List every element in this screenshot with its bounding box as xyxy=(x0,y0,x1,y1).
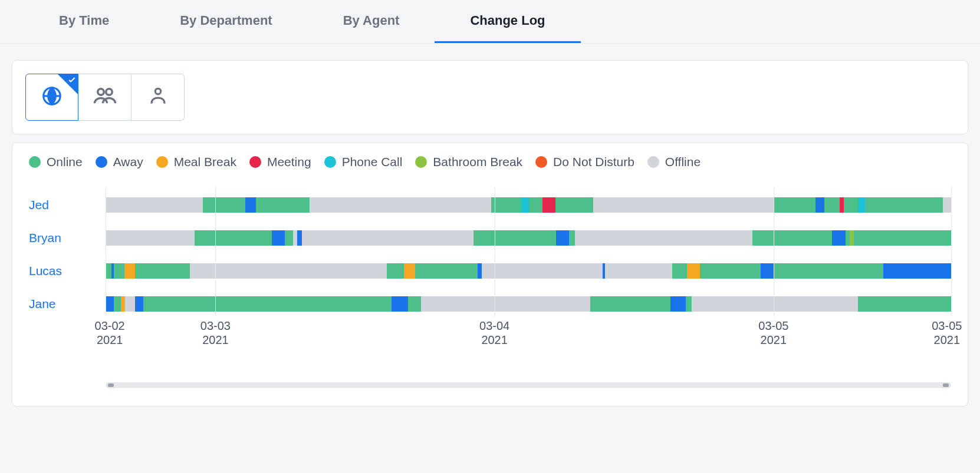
tab-by-time[interactable]: By Time xyxy=(24,0,144,43)
timeline-segment xyxy=(752,230,832,246)
timeline-segment xyxy=(555,197,594,213)
filter-person-button[interactable] xyxy=(131,74,185,121)
timeline-segment xyxy=(605,263,672,279)
timeline-row xyxy=(106,197,951,213)
timeline-segment xyxy=(824,197,840,213)
timeline-segment xyxy=(590,296,670,312)
x-axis-label: 03-042021 xyxy=(479,319,509,347)
timeline-segment xyxy=(700,263,761,279)
legend-label: Online xyxy=(47,155,83,169)
timeline-segment xyxy=(285,230,293,246)
tab-change-log[interactable]: Change Log xyxy=(435,0,580,43)
timeline-row xyxy=(106,263,951,279)
timeline-segment xyxy=(421,296,590,312)
timeline-segment xyxy=(593,197,773,213)
filter-group-button[interactable] xyxy=(78,74,131,121)
svg-point-1 xyxy=(97,89,104,95)
legend-dot xyxy=(29,156,41,168)
legend-item[interactable]: Bathroom Break xyxy=(415,155,522,169)
timeline-segment xyxy=(114,263,124,279)
gridline xyxy=(774,187,774,316)
timeline-segment xyxy=(106,197,203,213)
svg-point-2 xyxy=(106,89,112,95)
timeline-segment xyxy=(686,296,692,312)
legend-label: Do Not Disturb xyxy=(553,155,634,169)
legend-item[interactable]: Phone Call xyxy=(324,155,403,169)
agent-row-label[interactable]: Jed xyxy=(29,197,106,213)
timeline-segment xyxy=(521,197,529,213)
timeline-segment xyxy=(865,197,943,213)
svg-point-3 xyxy=(155,88,161,94)
gridline xyxy=(215,187,216,316)
timeline-segment xyxy=(135,296,143,312)
timeline-segment xyxy=(491,197,521,213)
gridline xyxy=(106,187,106,316)
x-axis-label: 03-032021 xyxy=(200,319,231,347)
timeline-segment xyxy=(190,263,387,279)
timeline-segment xyxy=(124,263,136,279)
legend-dot xyxy=(96,156,107,168)
timeline-segment xyxy=(846,230,850,246)
tabs: By Time By Department By Agent Change Lo… xyxy=(0,0,980,44)
person-icon xyxy=(147,85,169,110)
chart-card: OnlineAwayMeal BreakMeetingPhone CallBat… xyxy=(12,143,968,406)
chart-legend: OnlineAwayMeal BreakMeetingPhone CallBat… xyxy=(29,155,951,169)
timeline-segment xyxy=(106,296,114,312)
timeline-segment xyxy=(143,296,391,312)
tab-by-agent[interactable]: By Agent xyxy=(308,0,435,43)
legend-item[interactable]: Meeting xyxy=(249,155,311,169)
timeline-segment xyxy=(478,263,482,279)
legend-dot xyxy=(647,156,659,168)
agent-row-label[interactable]: Lucas xyxy=(29,263,106,279)
timeline-segment xyxy=(272,230,285,246)
legend-dot xyxy=(249,156,261,168)
timeline-segment xyxy=(415,263,478,279)
legend-item[interactable]: Offline xyxy=(647,155,701,169)
x-axis-label: 03-052021 xyxy=(932,319,962,347)
legend-label: Meeting xyxy=(267,155,311,169)
legend-dot xyxy=(156,156,168,168)
legend-label: Phone Call xyxy=(342,155,403,169)
timeline-row xyxy=(106,296,951,312)
timeline-segment xyxy=(482,263,603,279)
x-axis-label: 03-022021 xyxy=(95,319,125,347)
timeline-segment xyxy=(387,263,404,279)
timeline-scrollbar[interactable] xyxy=(106,382,951,388)
timeline-segment xyxy=(114,296,120,312)
timeline-segment xyxy=(125,296,135,312)
filter-global-button[interactable] xyxy=(25,74,78,121)
timeline-chart: JedBryanLucasJane 03-02202103-03202103-0… xyxy=(29,187,951,335)
legend-dot xyxy=(324,156,336,168)
legend-item[interactable]: Online xyxy=(29,155,83,169)
legend-item[interactable]: Meal Break xyxy=(156,155,236,169)
timeline-segment xyxy=(774,197,816,213)
legend-dot xyxy=(535,156,547,168)
timeline-row xyxy=(106,230,951,246)
timeline-segment xyxy=(832,230,846,246)
timeline-segment xyxy=(302,230,473,246)
filter-toolbar xyxy=(12,60,968,134)
timeline-segment xyxy=(850,230,854,246)
timeline-segment xyxy=(687,263,700,279)
timeline-segment xyxy=(761,263,774,279)
timeline-segment xyxy=(195,230,272,246)
timeline-segment xyxy=(844,197,858,213)
timeline-segment xyxy=(203,197,245,213)
timeline-segment xyxy=(815,197,824,213)
legend-item[interactable]: Away xyxy=(96,155,143,169)
timeline-segment xyxy=(840,197,844,213)
agent-row-label[interactable]: Jane xyxy=(29,296,106,312)
timeline-segment xyxy=(245,197,256,213)
timeline-segment xyxy=(854,230,951,246)
agent-row-label[interactable]: Bryan xyxy=(29,230,106,246)
timeline-segment xyxy=(392,296,409,312)
timeline-segment xyxy=(106,263,111,279)
timeline-segment xyxy=(404,263,415,279)
legend-item[interactable]: Do Not Disturb xyxy=(535,155,634,169)
timeline-segment xyxy=(121,296,125,312)
timeline-segment xyxy=(542,197,555,213)
tab-by-department[interactable]: By Department xyxy=(144,0,307,43)
timeline-segment xyxy=(575,230,752,246)
timeline-segment xyxy=(858,197,864,213)
legend-label: Bathroom Break xyxy=(433,155,522,169)
